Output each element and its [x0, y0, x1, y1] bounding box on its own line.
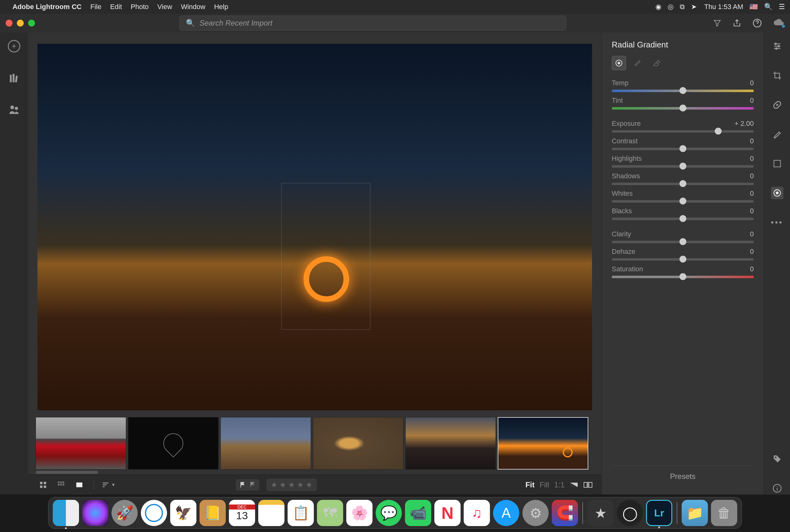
- dock-siri[interactable]: [82, 500, 108, 526]
- thumbnail[interactable]: [128, 417, 219, 470]
- radial-mask-overlay[interactable]: [281, 183, 370, 330]
- flag-reject-icon[interactable]: [249, 481, 256, 489]
- slider-saturation[interactable]: Saturation0: [612, 265, 754, 278]
- edit-sliders-icon[interactable]: [771, 40, 784, 53]
- slider-track[interactable]: [612, 276, 754, 278]
- circle-icon[interactable]: ◎: [667, 3, 674, 11]
- zoom-fill[interactable]: Fill: [540, 480, 549, 489]
- dock-facetime[interactable]: 📹: [405, 500, 431, 526]
- filmstrip-scrollbar[interactable]: [36, 471, 98, 474]
- dock-settings[interactable]: ⚙: [522, 500, 549, 526]
- thumbnail[interactable]: [405, 417, 496, 470]
- dock-calendar[interactable]: DEC13: [229, 500, 255, 526]
- menu-edit[interactable]: Edit: [110, 3, 122, 11]
- menu-help[interactable]: Help: [214, 3, 228, 11]
- thumbnail[interactable]: [221, 417, 311, 470]
- crop-icon[interactable]: [771, 69, 784, 82]
- slider-track[interactable]: [612, 258, 754, 261]
- dock-appstore[interactable]: A: [493, 500, 519, 526]
- star-icon[interactable]: ★: [297, 480, 304, 489]
- slider-track[interactable]: [612, 165, 754, 168]
- search-input[interactable]: 🔍 Search Recent Import: [179, 16, 566, 31]
- slider-knob[interactable]: [679, 163, 686, 170]
- dock-magnet[interactable]: 🧲: [552, 500, 578, 526]
- dock-finder[interactable]: [53, 500, 79, 526]
- help-icon[interactable]: [753, 18, 762, 28]
- slider-knob[interactable]: [679, 215, 686, 222]
- slider-shadows[interactable]: Shadows0: [612, 172, 754, 185]
- dock-itunes[interactable]: ♫: [464, 500, 490, 526]
- dock-photos[interactable]: 🌸: [346, 500, 373, 526]
- star-icon[interactable]: ★: [280, 480, 286, 489]
- my-photos-icon[interactable]: [8, 72, 20, 84]
- dock-downloads[interactable]: 📁: [682, 500, 708, 526]
- sharing-icon[interactable]: [8, 104, 20, 115]
- slider-blacks[interactable]: Blacks0: [612, 207, 754, 220]
- compare-icon[interactable]: [583, 481, 592, 489]
- healing-icon[interactable]: [771, 99, 784, 111]
- slider-exposure[interactable]: Exposure+ 2.00: [612, 119, 754, 133]
- slider-track[interactable]: [612, 148, 754, 150]
- slider-dehaze[interactable]: Dehaze0: [612, 248, 754, 261]
- slider-temp[interactable]: Temp0: [612, 79, 754, 92]
- slider-track[interactable]: [612, 217, 754, 220]
- slider-knob[interactable]: [679, 145, 686, 152]
- keywords-icon[interactable]: [771, 453, 784, 465]
- slider-track[interactable]: [612, 130, 754, 133]
- slider-knob[interactable]: [679, 273, 686, 280]
- slider-track[interactable]: [612, 241, 754, 243]
- zoom-fit[interactable]: Fit: [526, 480, 534, 489]
- cloud-sync-icon[interactable]: [773, 19, 784, 27]
- zoom-1to1[interactable]: 1:1: [554, 480, 565, 489]
- dock-news[interactable]: N: [434, 500, 460, 526]
- slider-knob[interactable]: [679, 256, 686, 263]
- slider-track[interactable]: [612, 183, 754, 185]
- slider-track[interactable]: [612, 200, 754, 203]
- app-name[interactable]: Adobe Lightroom CC: [13, 3, 81, 11]
- dock-launchpad[interactable]: 🚀: [111, 500, 138, 526]
- mask-brush-icon[interactable]: [631, 56, 645, 70]
- star-rating[interactable]: ★ ★ ★ ★ ★: [266, 479, 317, 491]
- star-icon[interactable]: ★: [271, 480, 278, 489]
- menu-photo[interactable]: Photo: [131, 3, 149, 11]
- thumbnail[interactable]: [313, 417, 403, 470]
- slider-knob[interactable]: [679, 238, 686, 245]
- menu-view[interactable]: View: [157, 3, 172, 11]
- flag-icon[interactable]: 🇺🇸: [749, 3, 758, 11]
- close-window[interactable]: [6, 20, 13, 26]
- dock-maps[interactable]: 🗺: [317, 500, 343, 526]
- dock-contacts[interactable]: 📒: [200, 500, 226, 526]
- slider-knob[interactable]: [715, 128, 721, 135]
- slider-knob[interactable]: [679, 104, 686, 112]
- grid-view-large-icon[interactable]: [55, 480, 68, 489]
- menu-file[interactable]: File: [90, 3, 101, 11]
- slider-highlights[interactable]: Highlights0: [612, 154, 754, 168]
- radial-gradient-icon[interactable]: [771, 187, 784, 199]
- dock-1password[interactable]: ◯: [617, 500, 643, 526]
- filter-icon[interactable]: [713, 19, 721, 27]
- bird-icon[interactable]: ➤: [691, 3, 697, 11]
- slider-tint[interactable]: Tint0: [612, 96, 754, 110]
- star-icon[interactable]: ★: [288, 480, 295, 489]
- thumbnail-selected[interactable]: [498, 417, 588, 470]
- spotlight-icon[interactable]: 🔍: [764, 3, 772, 11]
- dock-trash[interactable]: 🗑: [711, 500, 737, 526]
- photo-canvas[interactable]: [28, 33, 601, 413]
- dock-safari[interactable]: [141, 500, 167, 526]
- filmstrip[interactable]: [28, 413, 601, 475]
- slider-knob[interactable]: [679, 87, 686, 94]
- fullscreen-window[interactable]: [28, 20, 35, 26]
- dock-notes[interactable]: [258, 500, 284, 526]
- clock[interactable]: Thu 1:53 AM: [704, 3, 743, 11]
- show-original-icon[interactable]: [569, 481, 578, 488]
- dock-imovie[interactable]: ★: [587, 500, 614, 526]
- airplay-icon[interactable]: ⧉: [680, 3, 685, 11]
- mask-erase-icon[interactable]: [649, 56, 663, 70]
- thumbnail[interactable]: [36, 417, 126, 470]
- slider-knob[interactable]: [679, 180, 686, 187]
- sort-button[interactable]: ▾: [102, 482, 115, 488]
- dock-reminders[interactable]: 📋: [287, 500, 314, 526]
- menu-list-icon[interactable]: ☰: [779, 3, 785, 11]
- dock-lightroom[interactable]: Lr: [646, 500, 672, 526]
- slider-knob[interactable]: [679, 197, 686, 205]
